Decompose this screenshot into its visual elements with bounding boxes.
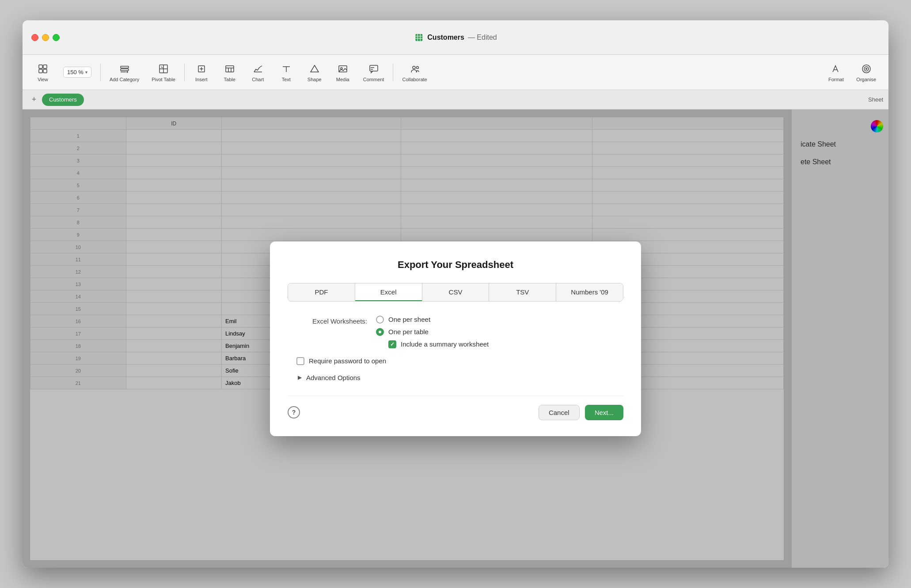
mac-window: Customers — Edited View 150 % ▾ [23,20,888,568]
shape-label: Shape [307,77,322,82]
text-label: Text [282,77,291,82]
sheet-right-label: Sheet [868,96,883,103]
toolbar-format[interactable]: Format [823,60,849,85]
traffic-lights [31,34,60,41]
collaborate-icon [409,63,421,75]
toolbar-add-category[interactable]: Add Category [104,60,144,85]
view-label: View [38,77,48,82]
worksheets-section: Excel Worksheets: One per sheet One per … [288,316,623,348]
comment-label: Comment [363,77,384,82]
export-modal: Export Your Spreadsheet PDF Excel CSV TS… [270,241,641,436]
option-one-per-sheet[interactable]: One per sheet [376,316,489,324]
chevron-right-icon: ▶ [296,374,303,381]
toolbar-comment[interactable]: Comment [358,60,390,85]
tab-numbers09[interactable]: Numbers '09 [556,283,623,301]
collaborate-label: Collaborate [402,77,427,82]
title-bar-center: Customers — Edited [414,33,497,42]
svg-point-37 [862,65,870,73]
svg-rect-5 [39,65,42,68]
label-one-per-table: One per table [388,328,429,335]
zoom-value: 150 % [67,69,84,75]
sheet-tab-customers[interactable]: Customers [42,94,84,106]
svg-point-38 [864,67,869,71]
label-require-password: Require password to open [309,357,386,365]
modal-footer: ? Cancel Next... [288,396,623,420]
toolbar-shape[interactable]: Shape [301,60,328,85]
toolbar-table[interactable]: Table [216,60,243,85]
sheet-tab-label: Customers [49,96,77,103]
toolbar-view[interactable]: View [30,60,56,85]
toolbar-organise[interactable]: Organise [851,60,881,85]
window-edited: — Edited [468,34,497,41]
chart-icon [252,63,264,75]
media-label: Media [336,77,349,82]
toolbar-insert[interactable]: Insert [188,60,215,85]
separator-2 [184,64,185,81]
tab-tsv[interactable]: TSV [489,283,556,301]
modal-title: Export Your Spreadsheet [288,259,623,271]
advanced-options-row[interactable]: ▶ Advanced Options [288,374,623,381]
separator-3 [393,64,393,81]
svg-rect-21 [226,66,234,72]
radio-one-per-sheet[interactable] [376,316,384,324]
minimize-button[interactable] [42,34,49,41]
format-icon [830,63,842,75]
password-section: Require password to open [288,357,623,365]
tab-bar: + Customers Sheet [23,90,888,109]
svg-point-34 [413,66,415,69]
svg-point-39 [865,68,867,69]
spreadsheet-icon [414,33,424,42]
svg-rect-31 [370,65,378,71]
comment-icon [368,63,380,75]
chart-label: Chart [252,77,264,82]
toolbar-chart[interactable]: Chart [245,60,271,85]
help-button[interactable]: ? [288,406,300,418]
toolbar-zoom[interactable]: 150 % ▾ [58,64,97,80]
toolbar-media[interactable]: Media [330,60,356,85]
tab-excel[interactable]: Excel [355,283,422,301]
option-include-summary[interactable]: Include a summary worksheet [376,340,489,348]
worksheets-label: Excel Worksheets: [288,316,376,325]
worksheets-options: One per sheet One per table Include a su… [376,316,489,348]
organise-icon [860,63,873,75]
shape-icon [308,63,321,75]
close-button[interactable] [31,34,38,41]
view-icon [37,63,49,75]
toolbar-collaborate[interactable]: Collaborate [397,60,432,85]
window-title: Customers [427,34,464,41]
toolbar-text[interactable]: Text [273,60,300,85]
svg-point-35 [416,66,418,68]
add-sheet-button[interactable]: + [28,94,40,106]
checkbox-require-password[interactable] [296,357,304,365]
option-one-per-table[interactable]: One per table [376,328,489,336]
organise-label: Organise [856,77,876,82]
advanced-options-label: Advanced Options [306,374,361,381]
footer-actions: Cancel Next... [539,405,623,420]
next-button[interactable]: Next... [585,405,623,420]
svg-rect-9 [121,66,129,68]
cancel-button[interactable]: Cancel [539,405,580,420]
svg-marker-28 [311,65,319,72]
toolbar-pivot-table[interactable]: Pivot Table [146,60,181,85]
radio-one-per-table[interactable] [376,328,384,336]
maximize-button[interactable] [53,34,60,41]
svg-rect-0 [415,34,422,41]
modal-overlay: Export Your Spreadsheet PDF Excel CSV TS… [23,109,888,568]
tab-csv[interactable]: CSV [422,283,490,301]
add-category-icon [118,63,131,75]
toolbar: View 150 % ▾ Add Category [23,55,888,90]
format-label: Format [828,77,844,82]
svg-rect-8 [43,69,47,73]
tab-pdf[interactable]: PDF [288,283,355,301]
separator-1 [100,64,101,81]
zoom-selector[interactable]: 150 % ▾ [63,67,91,78]
checkbox-include-summary[interactable] [388,340,396,348]
main-content: ID 1 2 3 [23,109,888,568]
svg-line-17 [161,67,163,68]
pivot-table-icon [157,63,170,75]
media-icon [337,63,349,75]
format-tabs: PDF Excel CSV TSV Numbers '09 [288,283,623,302]
add-category-label: Add Category [110,77,139,82]
text-icon [280,63,292,75]
insert-label: Insert [195,77,208,82]
